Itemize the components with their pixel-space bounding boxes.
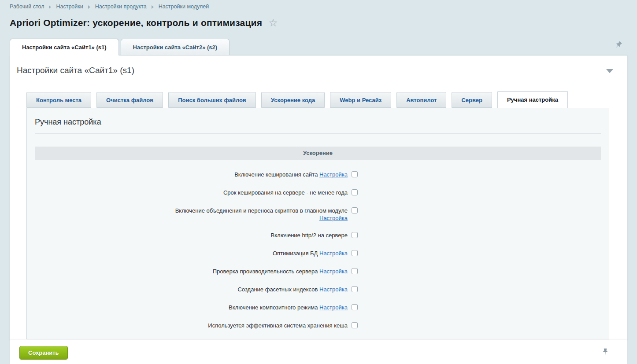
tab-content: Ручная настройка Ускорение Включение кеш… (26, 108, 609, 339)
checkbox-db-optimization[interactable] (352, 250, 358, 256)
setup-link[interactable]: Настройка (319, 250, 348, 257)
setting-label: Включение композитного режима Настройка (27, 304, 348, 311)
setting-label: Включение кеширования сайта Настройка (27, 171, 348, 178)
tab-webp-resize[interactable]: Webp и Ресайз (330, 92, 391, 108)
setup-link[interactable]: Настройка (319, 286, 348, 293)
chevron-down-icon[interactable] (606, 69, 613, 73)
setting-label: Включение http/2 на сервере (27, 232, 348, 239)
tab-file-cleanup[interactable]: Очистка файлов (96, 92, 163, 108)
breadcrumb-link-desktop[interactable]: Рабочий стол (10, 4, 44, 10)
breadcrumb-arrow-icon (152, 5, 154, 9)
setting-label: Включение объединения и переноса скрипто… (27, 207, 348, 222)
panel-header-label: Настройки сайта «Сайт1» (s1) (17, 66, 134, 75)
tab-autopilot[interactable]: Автопилот (396, 92, 446, 108)
breadcrumb-arrow-icon (88, 5, 90, 9)
breadcrumb-link-product-settings[interactable]: Настройки продукта (95, 4, 147, 10)
checkbox-effective-cache-storage[interactable] (352, 322, 358, 328)
tab-disk-control[interactable]: Контроль места (26, 92, 91, 108)
tab-site2[interactable]: Настройки сайта «Сайт2» (s2) (121, 39, 230, 55)
setting-row: Включение композитного режима Настройка (27, 299, 609, 317)
setup-link[interactable]: Настройка (319, 268, 348, 275)
setting-row: Включение http/2 на сервере (27, 227, 609, 245)
settings-list: Включение кеширования сайта Настройка Ср… (27, 166, 609, 335)
favorite-star-icon[interactable]: ☆ (268, 18, 278, 28)
save-button[interactable]: Сохранить (19, 346, 68, 360)
setup-link[interactable]: Настройка (319, 304, 348, 311)
checkbox-server-performance[interactable] (352, 268, 358, 274)
setting-row: Используется эффективная система хранени… (27, 317, 609, 335)
setup-link[interactable]: Настройка (27, 214, 348, 222)
pin-icon[interactable] (601, 348, 610, 358)
site-tabs: Настройки сайта «Сайт1» (s1) Настройки с… (10, 39, 231, 55)
breadcrumb: Рабочий стол Настройки Настройки продукт… (10, 4, 209, 10)
setting-row: Включение объединения и переноса скрипто… (27, 202, 609, 227)
tab-server[interactable]: Сервер (452, 92, 492, 108)
setting-row: Срок кеширования на сервере - не менее г… (27, 184, 609, 202)
settings-panel: Настройки сайта «Сайт1» (s1) Контроль ме… (10, 55, 627, 340)
setting-row: Оптимизация БД Настройка (27, 245, 609, 263)
page-title: Apriori Optimizer: ускорение, контроль и… (10, 18, 262, 28)
setting-row: Создание фасетных индексов Настройка (27, 281, 609, 299)
pin-icon[interactable] (613, 40, 623, 52)
checkbox-scripts-merge[interactable] (352, 207, 358, 213)
checkbox-http2[interactable] (352, 232, 358, 238)
tab-manual-setup[interactable]: Ручная настройка (497, 91, 568, 108)
tab-code-acceleration[interactable]: Ускорение кода (261, 92, 325, 108)
setting-label: Проверка производительность сервера Наст… (27, 268, 348, 275)
setting-row: Проверка производительность сервера Наст… (27, 263, 609, 281)
setting-label: Срок кеширования на сервере - не менее г… (27, 189, 348, 196)
setting-row: Включение кеширования сайта Настройка (27, 166, 609, 184)
checkbox-facet-indexes[interactable] (352, 286, 358, 292)
breadcrumb-link-module-settings[interactable]: Настройки модулей (159, 4, 209, 10)
tab-site1[interactable]: Настройки сайта «Сайт1» (s1) (10, 39, 119, 55)
checkbox-cache-lifetime[interactable] (352, 189, 358, 195)
panel-header: Настройки сайта «Сайт1» (s1) (10, 55, 627, 75)
divider (35, 133, 601, 134)
button-panel: Сохранить (10, 340, 627, 364)
breadcrumb-link-settings[interactable]: Настройки (56, 4, 83, 10)
checkbox-site-caching[interactable] (352, 171, 358, 177)
section-title: Ускорение (35, 147, 601, 160)
setting-label: Создание фасетных индексов Настройка (27, 286, 348, 293)
checkbox-composite-mode[interactable] (352, 304, 358, 310)
setup-link[interactable]: Настройка (319, 171, 348, 178)
module-tabs: Контроль места Очистка файлов Поиск боль… (26, 91, 610, 108)
breadcrumb-arrow-icon (49, 5, 51, 9)
content-heading: Ручная настройка (27, 108, 609, 133)
tab-large-files-search[interactable]: Поиск больших файлов (168, 92, 256, 108)
setting-label: Используется эффективная система хранени… (27, 322, 348, 329)
setting-label: Оптимизация БД Настройка (27, 250, 348, 257)
